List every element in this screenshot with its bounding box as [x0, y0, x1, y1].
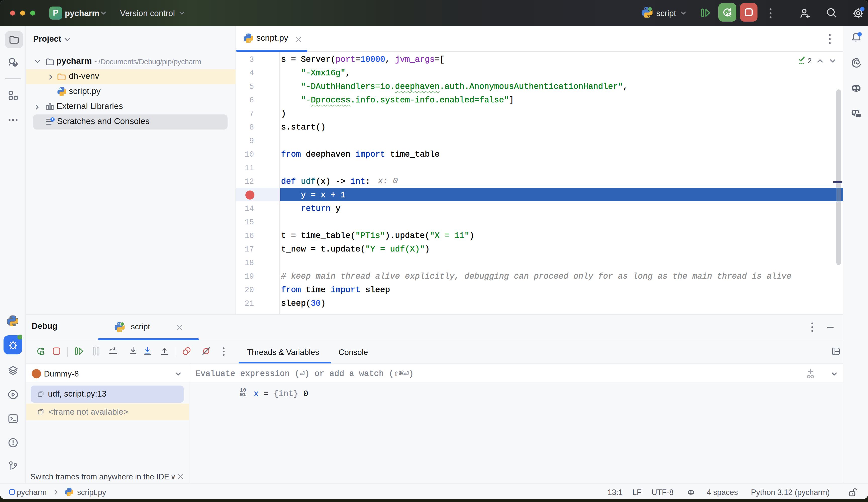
svg-text:?: ?: [13, 62, 16, 66]
